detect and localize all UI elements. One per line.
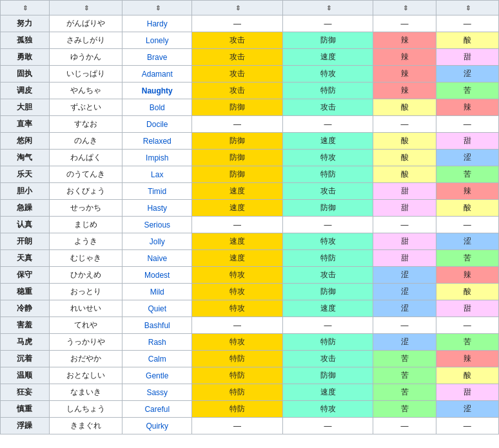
cell-en: Quirky <box>122 418 192 434</box>
sort-icon[interactable]: ⇕ <box>403 5 408 12</box>
cell-jp: きまぐれ <box>49 418 122 434</box>
cell-boost: — <box>192 418 283 434</box>
cell-dislike: 苦 <box>436 334 498 351</box>
cell-reduce: 速度 <box>282 384 373 401</box>
cell-dislike: 涩 <box>436 66 498 83</box>
cell-jp: のんき <box>49 133 122 150</box>
cell-like: 涩 <box>373 334 436 351</box>
cell-en: Careful <box>122 401 192 418</box>
cell-en: Calm <box>122 351 192 367</box>
cell-jp: ひかえめ <box>49 267 122 284</box>
cell-seikaku: 悠闲 <box>1 133 50 150</box>
cell-boost: 特防 <box>192 351 283 367</box>
sort-icon[interactable]: ⇕ <box>84 5 89 12</box>
cell-boost: 防御 <box>192 150 283 166</box>
table-row: 温顺おとなしいGentle特防防御苦酸 <box>1 367 499 384</box>
cell-reduce: 防御 <box>282 200 373 217</box>
cell-reduce: 防御 <box>282 367 373 384</box>
th-jp[interactable]: ⇕ <box>49 1 122 15</box>
cell-reduce: 速度 <box>282 133 373 150</box>
cell-boost: — <box>192 116 283 133</box>
cell-reduce: — <box>282 217 373 233</box>
cell-jp: せっかち <box>49 200 122 217</box>
th-reduce[interactable]: ⇕ <box>282 1 373 15</box>
cell-boost: 特防 <box>192 384 283 401</box>
table-row: 直率すなおDocile———— <box>1 116 499 133</box>
th-like[interactable]: ⇕ <box>373 1 436 15</box>
cell-dislike: 酸 <box>436 32 498 49</box>
cell-jp: ようき <box>49 233 122 250</box>
cell-like: — <box>373 317 436 334</box>
cell-en: Sassy <box>122 384 192 401</box>
cell-jp: おくびょう <box>49 183 122 200</box>
cell-reduce: 攻击 <box>282 183 373 200</box>
cell-en: Modest <box>122 267 192 284</box>
th-boost[interactable]: ⇕ <box>192 1 283 15</box>
cell-like: 辣 <box>373 49 436 66</box>
cell-en: Hasty <box>122 200 192 217</box>
cell-jp: いじっぱり <box>49 66 122 83</box>
cell-en: Mild <box>122 284 192 300</box>
cell-en: Bold <box>122 99 192 116</box>
table-row: 慎重しんちょうCareful特防特攻苦涩 <box>1 401 499 418</box>
sort-icon[interactable]: ⇕ <box>465 5 471 12</box>
table-row: 淘气わんぱくImpish防御特攻酸涩 <box>1 150 499 166</box>
cell-jp: まじめ <box>49 217 122 233</box>
cell-boost: 攻击 <box>192 49 283 66</box>
table-row: 害羞てれやBashful———— <box>1 317 499 334</box>
th-dislike[interactable]: ⇕ <box>436 1 498 15</box>
cell-dislike: 涩 <box>436 401 498 418</box>
cell-seikaku: 固执 <box>1 66 50 83</box>
cell-like: — <box>373 217 436 233</box>
cell-en: Relaxed <box>122 133 192 150</box>
th-en[interactable]: ⇕ <box>122 1 192 15</box>
cell-like: 涩 <box>373 284 436 300</box>
cell-like: 辣 <box>373 32 436 49</box>
cell-like: 辣 <box>373 83 436 99</box>
cell-reduce: 特攻 <box>282 233 373 250</box>
cell-like: 酸 <box>373 99 436 116</box>
sort-icon[interactable]: ⇕ <box>326 5 331 12</box>
cell-seikaku: 直率 <box>1 116 50 133</box>
cell-dislike: 苦 <box>436 250 498 267</box>
cell-jp: しんちょう <box>49 401 122 418</box>
sort-icon[interactable]: ⇕ <box>235 5 240 12</box>
cell-like: — <box>373 418 436 434</box>
cell-seikaku: 大胆 <box>1 99 50 116</box>
table-row: 天真むじゃきNaive速度特防甜苦 <box>1 250 499 267</box>
cell-like: 辣 <box>373 66 436 83</box>
cell-like: 甜 <box>373 250 436 267</box>
table-row: 调皮やんちゃNaughty攻击特防辣苦 <box>1 83 499 99</box>
cell-boost: 特攻 <box>192 267 283 284</box>
cell-jp: ずぶとい <box>49 99 122 116</box>
cell-seikaku: 调皮 <box>1 83 50 99</box>
cell-en: Bashful <box>122 317 192 334</box>
cell-en: Serious <box>122 217 192 233</box>
cell-en: Timid <box>122 183 192 200</box>
cell-like: 苦 <box>373 367 436 384</box>
cell-seikaku: 沉着 <box>1 351 50 367</box>
cell-jp: おっとり <box>49 284 122 300</box>
sort-icon[interactable]: ⇕ <box>23 5 28 12</box>
cell-jp: さみしがり <box>49 32 122 49</box>
cell-reduce: 特防 <box>282 83 373 99</box>
cell-boost: — <box>192 15 283 32</box>
cell-seikaku: 胆小 <box>1 183 50 200</box>
cell-en: Lax <box>122 166 192 183</box>
cell-dislike: 辣 <box>436 99 498 116</box>
cell-boost: 速度 <box>192 233 283 250</box>
th-seikaku[interactable]: ⇕ <box>1 1 50 15</box>
table-row: 冷静れいせいQuiet特攻速度涩甜 <box>1 300 499 317</box>
cell-like: 涩 <box>373 300 436 317</box>
cell-dislike: 辣 <box>436 183 498 200</box>
cell-jp: むじゃき <box>49 250 122 267</box>
sort-icon[interactable]: ⇕ <box>155 5 161 12</box>
table-row: 努力がんばりやHardy———— <box>1 15 499 32</box>
cell-seikaku: 马虎 <box>1 334 50 351</box>
cell-dislike: 涩 <box>436 150 498 166</box>
cell-dislike: 苦 <box>436 83 498 99</box>
cell-like: 涩 <box>373 267 436 284</box>
table-row: 胆小おくびょうTimid速度攻击甜辣 <box>1 183 499 200</box>
cell-en: Docile <box>122 116 192 133</box>
cell-boost: 特攻 <box>192 284 283 300</box>
